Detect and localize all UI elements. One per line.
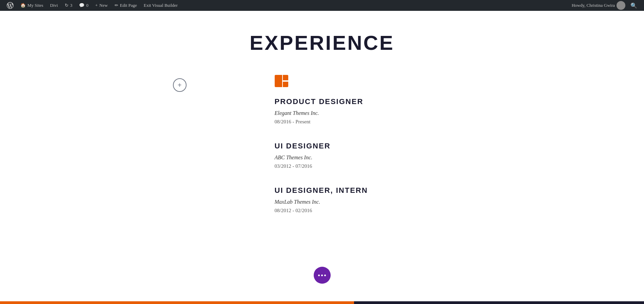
experience-entry-3: UI DESIGNER, INTERN MaxLab Themes Inc. 0…	[275, 186, 546, 214]
job-title-1: PRODUCT DESIGNER	[275, 97, 546, 106]
comments-count: 0	[86, 3, 89, 8]
dots-button-wrapper	[314, 267, 331, 284]
howdy-text: Howdy, Christina Gwira	[572, 3, 615, 8]
company-name-3: MaxLab Themes Inc.	[275, 199, 546, 205]
dot-3	[324, 275, 326, 276]
pencil-icon: ✏	[115, 3, 118, 8]
dots-menu-button[interactable]	[314, 267, 331, 284]
updates-item[interactable]: ↻ 3	[61, 0, 76, 11]
comments-icon: 💬	[79, 3, 84, 8]
bottom-progress-bar	[0, 301, 644, 304]
edit-page-item[interactable]: ✏ Edit Page	[111, 0, 140, 11]
palette-rect-1	[275, 75, 282, 87]
new-item[interactable]: + New	[92, 0, 111, 11]
content-area: + PRODUCT DESIGNER Elegant Themes Inc. 0…	[85, 75, 560, 230]
wordpress-logo-item[interactable]	[3, 0, 17, 11]
orange-progress-bar	[0, 301, 354, 304]
page-wrapper: EXPERIENCE + PRODUCT DESIGNER Elegant Th…	[0, 11, 644, 244]
experience-entry-2: UI DESIGNER ABC Themes Inc. 03/2012 - 07…	[275, 142, 546, 169]
palette-rect-2	[283, 75, 288, 80]
job-title-2: UI DESIGNER	[275, 142, 546, 150]
search-icon[interactable]: 🔍	[627, 2, 641, 9]
divi-label: Divi	[50, 3, 58, 8]
experience-entry-1: PRODUCT DESIGNER Elegant Themes Inc. 08/…	[275, 97, 546, 125]
comments-item[interactable]: 💬 0	[76, 0, 92, 11]
admin-bar: 🏠 My Sites Divi ↻ 3 💬 0 + New ✏ Edit Pag…	[0, 0, 644, 11]
left-column: +	[98, 75, 261, 230]
edit-page-label: Edit Page	[120, 3, 137, 8]
right-column: PRODUCT DESIGNER Elegant Themes Inc. 08/…	[261, 75, 546, 230]
plus-circle-icon: +	[178, 81, 182, 89]
my-sites-item[interactable]: 🏠 My Sites	[17, 0, 47, 11]
updates-count: 3	[70, 3, 73, 8]
avatar[interactable]	[617, 1, 625, 10]
company-name-2: ABC Themes Inc.	[275, 155, 546, 161]
black-progress-bar	[354, 301, 644, 304]
my-sites-label: My Sites	[27, 3, 43, 8]
palette-icon-wrapper	[275, 75, 546, 87]
admin-bar-right: Howdy, Christina Gwira 🔍	[572, 1, 641, 10]
date-range-2: 03/2012 - 07/2016	[275, 163, 546, 169]
my-sites-icon: 🏠	[20, 3, 26, 8]
palette-rect-3	[283, 82, 288, 87]
add-section-button[interactable]: +	[173, 78, 187, 92]
dot-2	[321, 275, 323, 276]
page-title: EXPERIENCE	[0, 24, 644, 55]
plus-icon: +	[95, 3, 98, 8]
date-range-1: 08/2016 - Present	[275, 119, 546, 125]
exit-vb-item[interactable]: Exit Visual Builder	[140, 0, 181, 11]
company-name-1: Elegant Themes Inc.	[275, 110, 546, 116]
new-label: New	[99, 3, 108, 8]
palette-swatch-icon	[275, 75, 289, 87]
updates-icon: ↻	[65, 3, 69, 8]
date-range-3: 08/2012 - 02/2016	[275, 208, 546, 214]
exit-vb-label: Exit Visual Builder	[144, 3, 178, 8]
job-title-3: UI DESIGNER, INTERN	[275, 186, 546, 195]
divi-item[interactable]: Divi	[47, 0, 61, 11]
dot-1	[318, 275, 320, 276]
